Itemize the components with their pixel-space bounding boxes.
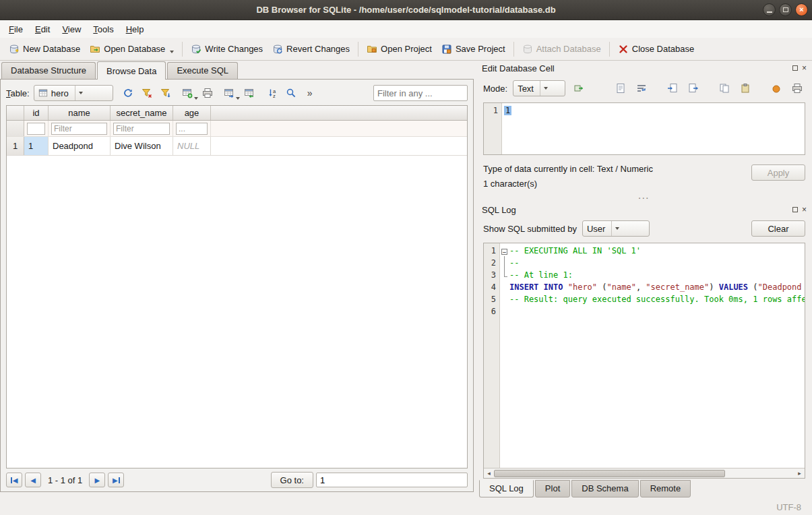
find-in-table-button[interactable] xyxy=(283,85,299,101)
float-dock-icon[interactable] xyxy=(792,207,798,212)
filter-input-name[interactable] xyxy=(51,123,107,135)
menu-help[interactable]: Help xyxy=(120,22,150,37)
log-line-5: -- Result: query executed successfully. … xyxy=(509,295,805,307)
tab-database-structure[interactable]: Database Structure xyxy=(1,62,96,79)
svg-text:z: z xyxy=(273,93,276,98)
main-content: Database Structure Browse Data Execute S… xyxy=(0,61,812,499)
export-data-button[interactable] xyxy=(224,85,240,101)
cell-editor[interactable]: 1 1 xyxy=(483,102,805,155)
sql-submitter-value: User xyxy=(587,224,605,234)
scroll-left-icon[interactable]: ◂ xyxy=(484,470,494,477)
dock-tab-remote[interactable]: Remote xyxy=(640,480,691,497)
save-project-icon xyxy=(441,44,452,55)
column-header-name[interactable]: name xyxy=(49,106,111,120)
clear-log-button[interactable]: Clear xyxy=(751,220,805,237)
new-database-icon xyxy=(9,44,20,55)
tab-browse-data[interactable]: Browse Data xyxy=(97,61,166,80)
set-null-button[interactable] xyxy=(768,80,784,96)
tab-execute-sql[interactable]: Execute SQL xyxy=(167,62,238,79)
sql-submitter-select[interactable]: User xyxy=(582,220,650,237)
cell-id[interactable]: 1 xyxy=(24,137,49,155)
previous-record-button[interactable]: ◀ xyxy=(25,473,41,487)
float-dock-icon[interactable] xyxy=(792,65,798,71)
apply-button[interactable]: Apply xyxy=(751,164,805,181)
statusbar: UTF-8 xyxy=(0,499,812,515)
toolbar-overflow-chevron[interactable]: » xyxy=(307,88,313,98)
first-record-button[interactable]: ◀ xyxy=(6,473,22,487)
menu-edit[interactable]: Edit xyxy=(29,22,56,37)
paste-icon xyxy=(740,83,751,94)
new-database-button[interactable]: New Database xyxy=(4,41,85,57)
last-record-button[interactable]: ▶ xyxy=(108,473,124,487)
dock-tab-db-schema[interactable]: DB Schema xyxy=(571,480,638,497)
menu-tools[interactable]: Tools xyxy=(87,22,119,37)
export-data-dropdown-icon[interactable] xyxy=(236,97,240,100)
import-file-icon xyxy=(667,83,678,94)
open-database-dropdown-icon[interactable] xyxy=(170,51,174,53)
dock-resize-handle[interactable]: ··· xyxy=(476,194,812,202)
insert-record-dropdown-icon[interactable] xyxy=(194,97,198,100)
write-changes-button[interactable]: Write Changes xyxy=(186,41,268,57)
print-cell-button[interactable] xyxy=(789,80,805,96)
scrollbar-thumb[interactable] xyxy=(494,470,725,477)
scroll-right-icon[interactable]: ▸ xyxy=(794,470,805,477)
grid-empty-area[interactable] xyxy=(7,156,467,468)
row-number[interactable]: 1 xyxy=(7,137,24,155)
cell-name[interactable]: Deadpond xyxy=(49,137,111,155)
edit-cell-toolbar: Mode: Text xyxy=(476,75,812,101)
filter-input-id[interactable] xyxy=(27,123,45,135)
open-project-button[interactable]: Open Project xyxy=(362,41,437,57)
fold-marker-icon[interactable]: − xyxy=(501,249,507,255)
column-header-age[interactable]: age xyxy=(173,106,211,120)
menu-file[interactable]: File xyxy=(3,22,29,37)
cell-age[interactable]: NULL xyxy=(173,137,211,155)
magnifier-icon xyxy=(286,88,296,98)
close-database-button[interactable]: Close Database xyxy=(613,41,699,57)
filter-save-icon xyxy=(160,88,171,98)
open-in-external-button[interactable] xyxy=(571,80,587,96)
text-document-button[interactable] xyxy=(613,80,629,96)
fold-column[interactable]: − xyxy=(500,243,509,468)
sql-log-editor[interactable]: 1 2 3 4 5 6 − -- EXECUTING ALL IN 'SQL 1… xyxy=(484,243,805,468)
cell-editor-value[interactable]: 1 xyxy=(504,106,511,115)
refresh-button[interactable] xyxy=(120,85,136,101)
export-text-button[interactable] xyxy=(685,80,701,96)
minimize-button[interactable] xyxy=(763,3,776,16)
maximize-button[interactable] xyxy=(779,3,792,16)
paste-button[interactable] xyxy=(737,80,753,96)
import-data-button[interactable] xyxy=(241,85,257,101)
horizontal-scrollbar[interactable]: ◂ ▸ xyxy=(484,468,805,478)
save-project-button[interactable]: Save Project xyxy=(437,41,510,57)
log-line-4-sql: INSERT INTO "hero" ("name", "secret_name… xyxy=(509,282,805,295)
save-filter-button[interactable] xyxy=(158,85,174,101)
next-record-button[interactable]: ▶ xyxy=(89,473,105,487)
menu-view[interactable]: View xyxy=(56,22,87,37)
mode-select[interactable]: Text xyxy=(513,80,565,96)
close-dock-icon[interactable]: × xyxy=(802,206,807,214)
copy-button[interactable] xyxy=(716,80,732,96)
insert-record-button[interactable] xyxy=(182,85,198,101)
close-dock-icon[interactable]: × xyxy=(802,64,807,72)
filter-input-age[interactable] xyxy=(176,123,208,135)
close-icon: × xyxy=(799,6,803,13)
goto-input[interactable] xyxy=(316,473,468,487)
close-window-button[interactable]: × xyxy=(795,3,808,16)
import-text-button[interactable] xyxy=(664,80,681,96)
filter-input-secret-name[interactable] xyxy=(113,123,170,135)
cell-secret-name[interactable]: Dive Wilson xyxy=(111,137,173,155)
titlebar[interactable]: DB Browser for SQLite - /home/user/code/… xyxy=(0,0,812,20)
revert-changes-button[interactable]: Revert Changes xyxy=(268,41,354,57)
dock-tab-sql-log[interactable]: SQL Log xyxy=(479,480,534,497)
goto-button[interactable]: Go to: xyxy=(271,472,313,488)
clear-filters-button[interactable] xyxy=(139,85,155,101)
open-database-button[interactable]: Open Database xyxy=(85,41,179,57)
print-table-button[interactable] xyxy=(199,85,216,101)
word-wrap-button[interactable] xyxy=(633,80,650,96)
toolbar-separator xyxy=(358,42,358,57)
table-select[interactable]: hero xyxy=(34,85,113,101)
sort-button[interactable]: az xyxy=(266,85,282,101)
filter-any-input[interactable] xyxy=(373,85,468,101)
dock-tab-plot[interactable]: Plot xyxy=(535,480,570,497)
column-header-id[interactable]: id xyxy=(24,106,49,120)
column-header-secret-name[interactable]: secret_name xyxy=(111,106,173,120)
